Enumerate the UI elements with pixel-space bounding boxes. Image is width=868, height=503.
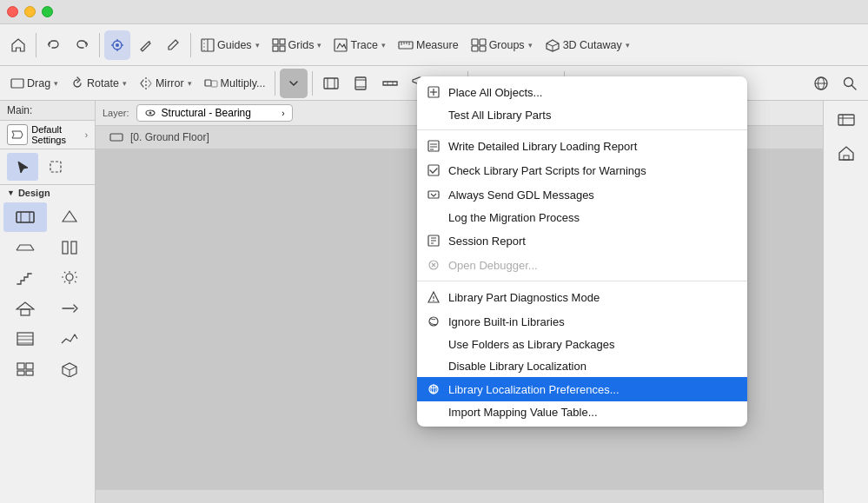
menu-label-use-folders: Use Folders as Library Packages bbox=[448, 338, 614, 351]
menu-icon-session-report bbox=[426, 233, 441, 248]
menu-label-ignore-builtin: Ignore Built-in Libraries bbox=[448, 315, 565, 328]
svg-point-85 bbox=[433, 300, 434, 301]
menu-label-session-report: Session Report bbox=[448, 235, 526, 248]
menu-item-always-send[interactable]: Always Send GDL Messages bbox=[417, 182, 747, 207]
menu-overlay[interactable]: Place All Objects...Test All Library Par… bbox=[0, 0, 868, 503]
menu-item-check-scripts[interactable]: Check Library Part Scripts for Warnings bbox=[417, 158, 747, 182]
menu-label-place-all: Place All Objects... bbox=[448, 86, 542, 99]
library-dropdown-menu: Place All Objects...Test All Library Par… bbox=[417, 76, 747, 427]
menu-label-library-diagnostics: Library Part Diagnostics Mode bbox=[448, 291, 600, 304]
menu-item-disable-localization[interactable]: Disable Library Localization bbox=[417, 355, 747, 377]
menu-item-session-report[interactable]: Session Report bbox=[417, 228, 747, 253]
menu-separator-sep2 bbox=[417, 281, 747, 281]
menu-label-disable-localization: Disable Library Localization bbox=[448, 360, 586, 373]
menu-icon-place-all bbox=[426, 84, 441, 100]
menu-item-library-diagnostics[interactable]: Library Part Diagnostics Mode bbox=[417, 285, 747, 309]
menu-icon-check-scripts bbox=[426, 162, 441, 178]
menu-icon-open-debugger bbox=[426, 257, 441, 273]
menu-item-library-localization[interactable]: Library Localization Preferences... bbox=[417, 377, 747, 401]
menu-label-test-all: Test All Library Parts bbox=[448, 109, 552, 122]
menu-icon-always-send bbox=[426, 187, 441, 202]
menu-item-test-all[interactable]: Test All Library Parts bbox=[417, 104, 747, 126]
menu-label-check-scripts: Check Library Part Scripts for Warnings bbox=[448, 164, 646, 177]
menu-item-write-detailed[interactable]: Write Detailed Library Loading Report bbox=[417, 134, 747, 158]
menu-item-log-migration[interactable]: Log the Migration Process bbox=[417, 207, 747, 228]
menu-icon-ignore-builtin bbox=[426, 314, 441, 329]
menu-label-import-mapping: Import Mapping Value Table... bbox=[448, 406, 598, 419]
menu-label-write-detailed: Write Detailed Library Loading Report bbox=[448, 140, 637, 153]
menu-item-ignore-builtin[interactable]: Ignore Built-in Libraries bbox=[417, 309, 747, 334]
menu-label-log-migration: Log the Migration Process bbox=[448, 211, 580, 224]
menu-item-import-mapping[interactable]: Import Mapping Value Table... bbox=[417, 401, 747, 423]
menu-label-open-debugger: Open Debugger... bbox=[448, 259, 538, 272]
menu-label-library-localization: Library Localization Preferences... bbox=[448, 383, 620, 396]
menu-item-use-folders[interactable]: Use Folders as Library Packages bbox=[417, 334, 747, 355]
menu-icon-write-detailed bbox=[426, 138, 441, 154]
menu-icon-library-diagnostics bbox=[426, 289, 441, 305]
menu-item-place-all[interactable]: Place All Objects... bbox=[417, 80, 747, 104]
menu-label-always-send: Always Send GDL Messages bbox=[448, 189, 594, 202]
menu-separator-sep1 bbox=[417, 129, 747, 130]
menu-item-open-debugger: Open Debugger... bbox=[417, 253, 747, 277]
menu-icon-library-localization bbox=[426, 381, 441, 397]
svg-rect-78 bbox=[428, 191, 439, 198]
